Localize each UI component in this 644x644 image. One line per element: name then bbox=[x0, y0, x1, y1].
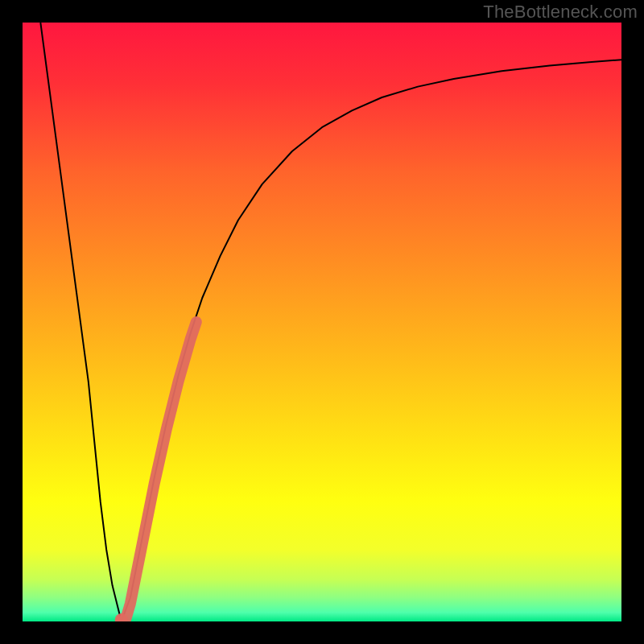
chart-svg bbox=[23, 23, 621, 621]
chart-background bbox=[23, 23, 621, 621]
plot-area bbox=[23, 23, 621, 621]
chart-frame: TheBottleneck.com bbox=[0, 0, 644, 644]
watermark-text: TheBottleneck.com bbox=[483, 2, 638, 23]
